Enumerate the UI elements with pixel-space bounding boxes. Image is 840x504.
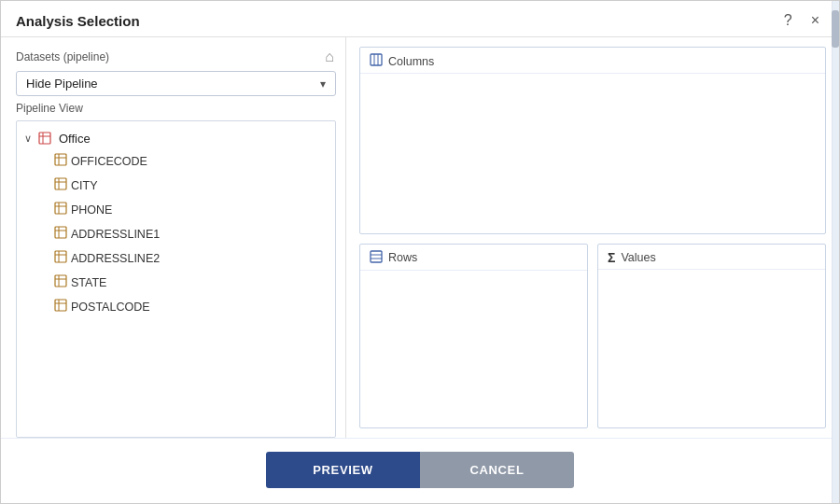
field-icon [54,177,67,194]
dialog-title: Analysis Selection [16,13,140,29]
list-item[interactable]: STATE [54,271,335,295]
svg-rect-0 [39,133,50,144]
svg-rect-12 [55,227,66,238]
field-label: POSTALCODE [71,301,150,314]
field-label: PHONE [71,203,112,217]
list-item[interactable]: PHONE [54,198,335,222]
field-icon [54,299,67,315]
columns-label: Columns [388,55,434,68]
svg-rect-24 [371,54,382,65]
tree-parent-label: Office [59,132,91,146]
svg-rect-21 [55,300,66,311]
dialog-body: Datasets (pipeline) ⌂ Hide Pipeline ▾ Pi… [1,37,839,438]
rows-body[interactable] [360,271,587,428]
cancel-button[interactable]: CANCEL [420,452,574,488]
tree-container[interactable]: ∨ Office [16,120,336,438]
field-icon [54,226,67,243]
analysis-selection-dialog: Analysis Selection ? × Datasets (pipelin… [0,0,840,504]
chevron-down-icon: ∨ [24,133,32,145]
columns-header: Columns [360,48,825,74]
datasets-label: Datasets (pipeline) [16,50,109,63]
header-icons: ? × [779,10,824,31]
dialog-header: Analysis Selection ? × [1,1,839,37]
pipeline-dropdown[interactable]: Hide Pipeline ▾ [16,71,336,96]
pipeline-dropdown-label: Hide Pipeline [26,77,98,91]
rows-label: Rows [388,251,417,264]
home-button[interactable]: ⌂ [323,49,336,65]
scroll-thumb[interactable] [832,37,839,48]
field-icon [54,202,67,218]
values-label: Values [621,251,655,264]
values-drop-zone[interactable]: Σ Values [597,244,826,429]
svg-rect-15 [55,251,66,262]
field-label: ADDRESSLINE1 [71,228,160,241]
columns-icon [370,53,383,69]
tree-children: OFFICECODE CITY [17,149,335,319]
rows-drop-zone[interactable]: Rows [359,244,588,429]
columns-body[interactable] [360,74,825,233]
list-item[interactable]: POSTALCODE [54,295,335,319]
tree-parent-node[interactable]: ∨ Office [17,127,335,149]
values-header: Σ Values [598,245,825,270]
dialog-footer: PREVIEW CANCEL [1,438,839,503]
field-icon [54,250,67,267]
svg-rect-27 [371,251,382,262]
svg-rect-6 [55,178,66,189]
list-item[interactable]: ADDRESSLINE1 [54,222,335,246]
rows-header: Rows [360,245,587,271]
right-panel: Columns Row [346,37,839,438]
field-icon [54,153,67,170]
sigma-icon: Σ [608,250,615,265]
datasets-header: Datasets (pipeline) ⌂ [16,49,336,65]
rows-icon [370,250,383,266]
close-button[interactable]: × [806,10,824,31]
table-icon-red [37,131,52,146]
columns-drop-zone[interactable]: Columns [359,47,826,234]
bottom-zones: Rows Σ Values [359,244,826,429]
field-label: CITY [71,179,97,192]
pipeline-view-label: Pipeline View [16,102,336,115]
scrollbar[interactable] [832,37,839,438]
values-body[interactable] [598,270,825,428]
field-icon [54,274,67,291]
left-panel: Datasets (pipeline) ⌂ Hide Pipeline ▾ Pi… [1,37,346,438]
svg-rect-9 [55,203,66,214]
help-button[interactable]: ? [779,10,797,31]
list-item[interactable]: ADDRESSLINE2 [54,246,335,271]
list-item[interactable]: CITY [54,174,335,198]
chevron-down-icon: ▾ [320,77,326,91]
field-label: OFFICECODE [71,155,147,168]
svg-rect-3 [55,154,66,165]
svg-rect-18 [55,275,66,287]
list-item[interactable]: OFFICECODE [54,149,335,174]
field-label: ADDRESSLINE2 [71,252,160,265]
preview-button[interactable]: PREVIEW [266,452,420,488]
field-label: STATE [71,276,106,289]
